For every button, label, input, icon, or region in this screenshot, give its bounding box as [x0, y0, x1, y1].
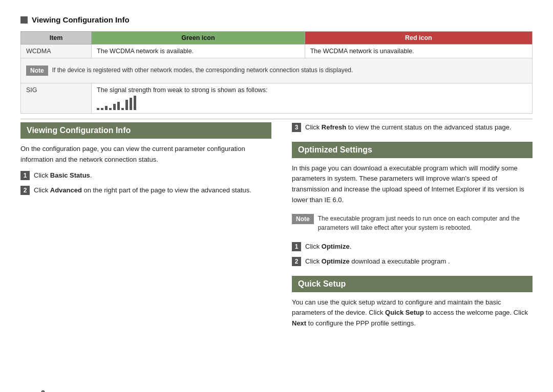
- optimized-note-text: The executable program just needs to run…: [318, 214, 533, 232]
- top-section-heading: Viewing Configuration Info: [20, 15, 533, 24]
- opt-step-2-bold: Optimize: [322, 257, 350, 265]
- divider-1: [20, 119, 533, 119]
- step-1-text: Click Basic Status.: [34, 170, 92, 181]
- bar-8: [125, 100, 128, 110]
- section-optimized-header: Optimized Settings: [292, 142, 533, 158]
- optimized-note-label: Note: [292, 214, 314, 224]
- step-3-bold: Refresh: [322, 123, 346, 131]
- bar-10: [134, 96, 136, 110]
- left-column: Viewing Configuration Info On the config…: [20, 122, 271, 201]
- step-1-basic-status: 1 Click Basic Status.: [20, 170, 271, 181]
- step-1-number: 1: [20, 171, 30, 180]
- step-2-number: 2: [20, 186, 30, 195]
- viewing-body: On the configuration page, you can view …: [20, 144, 271, 165]
- note-text: If the device is registered with other n…: [52, 66, 353, 75]
- bar-9: [130, 98, 132, 110]
- opt-step-2: 2 Click Optimize download a executable p…: [292, 256, 533, 267]
- opt-step-1-number: 1: [292, 242, 301, 251]
- note-box: Note If the device is registered with ot…: [26, 62, 527, 79]
- cell-note: Note If the device is registered with ot…: [21, 58, 533, 83]
- main-layout: Viewing Configuration Info On the config…: [20, 122, 533, 334]
- table-row-note: Note If the device is registered with ot…: [21, 58, 533, 83]
- right-column: 3 Click Refresh to view the current stat…: [292, 122, 533, 334]
- col-red: Red icon: [305, 32, 532, 45]
- signal-bars: [97, 96, 527, 110]
- bar-5: [113, 104, 116, 110]
- config-table: Item Green icon Red icon WCDMA The WCDMA…: [20, 31, 533, 114]
- col-green: Green icon: [92, 32, 305, 45]
- bar-4: [109, 108, 112, 110]
- section-viewing-header: Viewing Configuration Info: [20, 122, 271, 139]
- step-2-bold: Advanced: [50, 186, 82, 194]
- quick-bold-2: Next: [292, 319, 306, 327]
- step-3-text: Click Refresh to view the current status…: [305, 122, 512, 133]
- optimized-note-box: Note The executable program just needs t…: [292, 211, 533, 235]
- bar-2: [101, 108, 103, 110]
- bar-3: [105, 106, 108, 110]
- opt-step-2-number: 2: [292, 257, 301, 266]
- section-quick-header: Quick Setup: [292, 276, 533, 292]
- step-3-number: 3: [292, 123, 301, 132]
- step-2-advanced: 2 Click Advanced on the right part of th…: [20, 185, 271, 195]
- bar-7: [121, 108, 124, 110]
- step-2-text: Click Advanced on the right part of the …: [34, 185, 251, 195]
- cell-red-wcdma: The WCDMA network is unavailable.: [305, 45, 532, 58]
- optimized-body: In this page you can download a executab…: [292, 163, 533, 206]
- col-item: Item: [21, 32, 92, 45]
- step-3-refresh: 3 Click Refresh to view the current stat…: [292, 122, 533, 133]
- cell-green-wcdma: The WCDMA network is available.: [92, 45, 305, 58]
- heading-icon: [20, 16, 28, 24]
- page-number: 2: [41, 389, 45, 392]
- opt-step-1-bold: Optimize: [322, 243, 350, 250]
- cell-sig-label: SIG: [21, 83, 92, 114]
- opt-step-1-text: Click Optimize.: [305, 242, 351, 252]
- quick-body: You can use the quick setup wizard to co…: [292, 297, 533, 329]
- table-row-sig: SIG The signal strength from weak to str…: [21, 83, 533, 114]
- table-row-wcdma: WCDMA The WCDMA network is available. Th…: [21, 45, 533, 58]
- opt-step-2-text: Click Optimize download a executable pro…: [305, 256, 450, 267]
- opt-step-1: 1 Click Optimize.: [292, 242, 533, 252]
- cell-sig-content: The signal strength from weak to strong …: [92, 83, 533, 114]
- note-label: Note: [26, 66, 48, 76]
- quick-bold-1: Quick Setup: [385, 309, 424, 316]
- bar-6: [117, 102, 120, 110]
- cell-item-wcdma: WCDMA: [21, 45, 92, 58]
- step-1-bold: Basic Status: [50, 171, 90, 179]
- bar-1: [97, 108, 99, 110]
